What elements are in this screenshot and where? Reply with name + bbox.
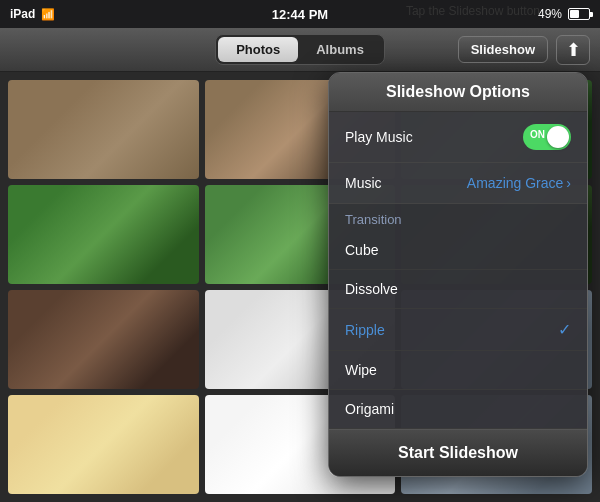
panel-title: Slideshow Options — [386, 83, 530, 100]
transition-ripple[interactable]: Ripple ✓ — [329, 309, 587, 351]
photo-thumb[interactable] — [8, 80, 199, 179]
status-right: 49% — [538, 7, 590, 21]
music-label: Music — [345, 175, 382, 191]
nav-bar: Photos Albums Slideshow ⬆ — [0, 28, 600, 72]
tab-photos[interactable]: Photos — [218, 37, 298, 62]
slideshow-button[interactable]: Slideshow — [458, 36, 548, 63]
transition-wipe-label: Wipe — [345, 362, 377, 378]
start-slideshow-button[interactable]: Start Slideshow — [329, 429, 587, 476]
photo-thumb[interactable] — [8, 290, 199, 389]
status-time: 12:44 PM — [272, 7, 328, 22]
photo-thumb[interactable] — [8, 185, 199, 284]
photo-thumb[interactable] — [8, 395, 199, 494]
transition-origami-label: Origami — [345, 401, 394, 417]
transition-dissolve-label: Dissolve — [345, 281, 398, 297]
play-music-row: Play Music ON — [329, 112, 587, 163]
transition-section-header: Transition — [329, 204, 587, 231]
device-label: iPad — [10, 7, 35, 21]
transition-wipe[interactable]: Wipe — [329, 351, 587, 390]
slideshow-options-panel: Slideshow Options Play Music ON Music Am… — [328, 72, 588, 477]
annotation-text: Tap the Slideshow button — [406, 4, 540, 18]
transition-cube-label: Cube — [345, 242, 378, 258]
checkmark-icon: ✓ — [558, 320, 571, 339]
music-row[interactable]: Music Amazing Grace › — [329, 163, 587, 204]
panel-header: Slideshow Options — [329, 73, 587, 112]
transition-origami[interactable]: Origami — [329, 390, 587, 429]
nav-tabs: Photos Albums — [215, 34, 385, 65]
play-music-toggle[interactable]: ON — [523, 124, 571, 150]
toggle-on-label: ON — [530, 129, 545, 140]
wifi-icon: 📶 — [41, 8, 55, 21]
share-button[interactable]: ⬆ — [556, 35, 590, 65]
chevron-right-icon: › — [566, 175, 571, 191]
transition-dissolve[interactable]: Dissolve — [329, 270, 587, 309]
transition-ripple-label: Ripple — [345, 322, 385, 338]
battery-percent: 49% — [538, 7, 562, 21]
tab-albums[interactable]: Albums — [298, 37, 382, 62]
status-left: iPad 📶 — [10, 7, 55, 21]
transition-cube[interactable]: Cube — [329, 231, 587, 270]
nav-right: Slideshow ⬆ — [458, 35, 590, 65]
play-music-label: Play Music — [345, 129, 413, 145]
start-slideshow-label: Start Slideshow — [398, 444, 518, 461]
music-value-text: Amazing Grace — [467, 175, 563, 191]
music-value: Amazing Grace › — [467, 175, 571, 191]
battery-icon — [568, 8, 590, 20]
